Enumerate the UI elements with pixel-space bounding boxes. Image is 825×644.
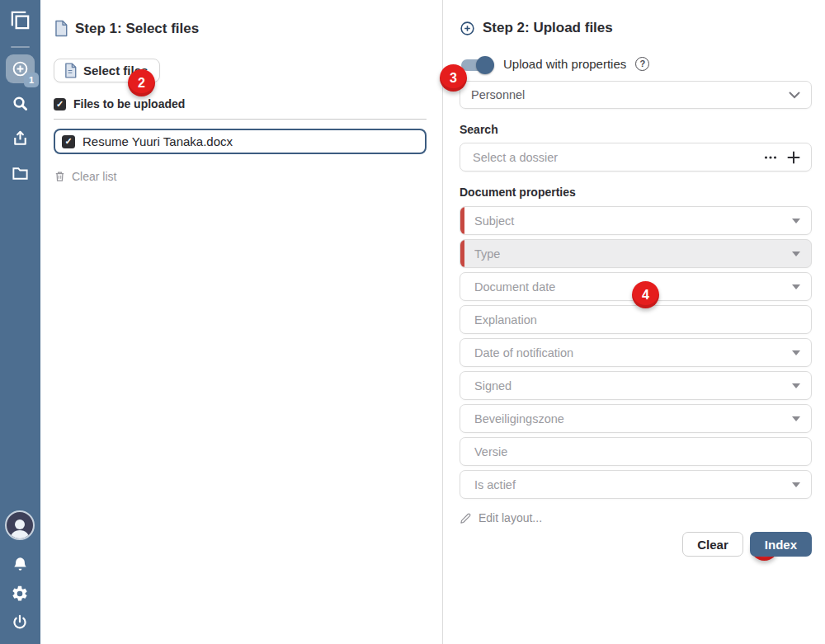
upload-with-properties-row: Upload with properties ?: [460, 56, 812, 71]
search-icon[interactable]: [11, 94, 30, 113]
step1-panel: Step 1: Select files Select files Files …: [40, 0, 443, 644]
type-input[interactable]: [473, 247, 792, 261]
field-subject[interactable]: [460, 206, 812, 235]
toggle-label: Upload with properties: [503, 57, 626, 71]
caret-down-icon: [792, 284, 800, 289]
folder-icon[interactable]: [11, 163, 30, 182]
trash-icon: [54, 170, 66, 183]
sidebar: 1: [0, 0, 40, 644]
field-signed[interactable]: [460, 371, 812, 400]
signed-input[interactable]: [473, 378, 792, 393]
step1-title: Step 1: Select files: [54, 20, 426, 37]
file-checkbox[interactable]: [62, 135, 75, 148]
subject-input[interactable]: [473, 214, 792, 228]
clear-list-label: Clear list: [72, 170, 116, 183]
tour-badge-2: 2: [128, 69, 155, 96]
dossier-input[interactable]: [471, 150, 754, 165]
dossier-search-box[interactable]: [460, 143, 812, 172]
category-select[interactable]: Personnel: [460, 81, 812, 109]
field-is-actief[interactable]: [460, 470, 812, 499]
caret-down-icon: [792, 383, 800, 388]
edit-layout-label: Edit layout...: [478, 511, 542, 524]
windows-icon[interactable]: [9, 9, 31, 31]
document-properties-fields: [460, 206, 812, 499]
caret-down-icon: [792, 416, 800, 421]
field-versie[interactable]: [460, 437, 812, 466]
sidebar-divider: [11, 46, 30, 48]
power-icon[interactable]: [11, 613, 29, 632]
chevron-down-icon: [789, 92, 800, 99]
bell-icon[interactable]: [11, 555, 30, 574]
step2-title-text: Step 2: Upload files: [483, 20, 613, 36]
upload-with-properties-toggle[interactable]: [461, 59, 492, 71]
caret-down-icon: [792, 251, 800, 256]
index-button[interactable]: Index: [750, 532, 812, 557]
files-to-upload-header: Files to be uploaded: [54, 97, 426, 110]
tour-badge-4: 4: [632, 281, 659, 308]
step1-title-text: Step 1: Select files: [75, 21, 199, 37]
document-icon: [54, 20, 68, 37]
caret-down-icon: [792, 350, 800, 355]
file-name: Resume Yuuri Tanaka.docx: [82, 134, 233, 148]
field-beveiligingszone[interactable]: [460, 404, 812, 433]
search-label: Search: [460, 123, 812, 136]
step2-panel: Step 2: Upload files Upload with propert…: [443, 0, 825, 644]
pencil-icon: [460, 512, 472, 524]
help-icon[interactable]: ?: [635, 57, 649, 71]
edit-layout-link[interactable]: Edit layout...: [460, 511, 812, 524]
step2-title: Step 2: Upload files: [460, 20, 812, 36]
clear-button[interactable]: Clear: [682, 532, 743, 557]
versie-input[interactable]: [473, 444, 800, 459]
select-all-checkbox[interactable]: [54, 98, 66, 110]
files-header-label: Files to be uploaded: [73, 97, 185, 110]
field-type[interactable]: [460, 239, 812, 268]
category-selected-value: Personnel: [471, 88, 525, 101]
action-buttons: Clear Index: [460, 532, 812, 557]
upload-icon[interactable]: [11, 129, 30, 148]
document-properties-label: Document properties: [460, 186, 812, 199]
field-date-of-notification[interactable]: [460, 338, 812, 367]
upload-count-badge: 1: [24, 73, 39, 87]
tour-badge-3: 3: [440, 64, 467, 92]
clear-list-button[interactable]: Clear list: [54, 170, 426, 183]
list-divider: [54, 119, 427, 120]
explanation-input[interactable]: [473, 313, 800, 327]
add-dossier-icon[interactable]: [787, 151, 800, 164]
caret-down-icon: [792, 482, 800, 487]
is-actief-input[interactable]: [473, 477, 792, 492]
file-list-item[interactable]: Resume Yuuri Tanaka.docx: [54, 129, 427, 154]
circle-plus-icon: [460, 21, 475, 36]
gear-icon[interactable]: [11, 585, 29, 603]
caret-down-icon: [792, 219, 800, 223]
document-icon: [64, 63, 77, 78]
toggle-knob: [476, 56, 494, 74]
more-options-icon[interactable]: [764, 151, 777, 164]
date-of-notification-input[interactable]: [473, 346, 792, 360]
avatar[interactable]: [5, 510, 35, 540]
beveiligingszone-input[interactable]: [473, 411, 792, 426]
field-explanation[interactable]: [460, 305, 812, 334]
